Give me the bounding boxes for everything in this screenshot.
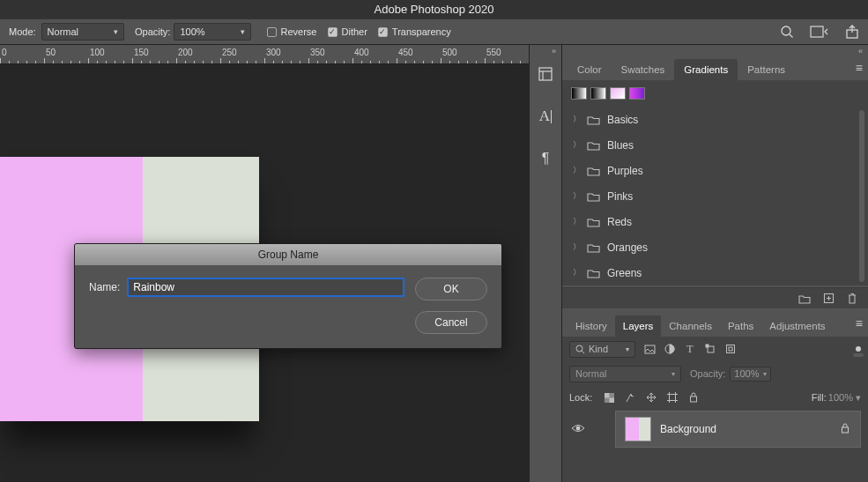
mode-value: Normal [48, 26, 78, 37]
svg-rect-12 [645, 345, 655, 353]
properties-panel-icon[interactable] [532, 61, 559, 87]
gradient-swatch[interactable] [571, 87, 587, 100]
chevron-down-icon: ▾ [763, 370, 767, 378]
lock-transparent-icon[interactable] [603, 391, 615, 404]
tab-channels[interactable]: Channels [661, 315, 720, 337]
gradient-folder[interactable]: 〉Reds [562, 209, 868, 234]
transparency-checkbox[interactable]: ✓ [378, 27, 388, 37]
gradient-folder[interactable]: 〉Pinks [562, 183, 868, 209]
paragraph-panel-icon[interactable]: ¶ [532, 145, 559, 172]
layer-row-background[interactable]: Background [615, 411, 861, 448]
cancel-button[interactable]: Cancel [415, 311, 487, 334]
scrollbar[interactable] [859, 110, 864, 282]
gradient-swatch[interactable] [590, 87, 606, 100]
mode-select[interactable]: Normal ▾ [41, 23, 124, 41]
folder-icon [587, 268, 600, 278]
tab-history[interactable]: History [568, 315, 615, 337]
character-panel-icon[interactable]: A [532, 103, 559, 130]
lock-position-icon[interactable] [645, 391, 657, 404]
tab-patterns[interactable]: Patterns [738, 59, 795, 80]
svg-rect-20 [609, 397, 614, 403]
layer-visibility-icon[interactable] [569, 423, 587, 434]
gradient-swatch[interactable] [629, 87, 645, 100]
trash-icon[interactable] [847, 293, 857, 305]
share-icon[interactable] [845, 25, 859, 39]
tab-swatches[interactable]: Swatches [611, 59, 674, 80]
gradient-presets-strip[interactable] [562, 80, 868, 107]
gradient-folder[interactable]: 〉Greens [562, 260, 868, 285]
dither-checkbox[interactable]: ✓ [328, 27, 338, 37]
layers-opacity-label: Opacity: [690, 368, 725, 379]
chevron-left-icon[interactable]: « [858, 47, 864, 56]
chevron-down-icon: ▾ [856, 392, 861, 403]
filter-adjust-icon[interactable] [664, 343, 676, 355]
lock-artboard-icon[interactable] [666, 391, 679, 404]
ok-button[interactable]: OK [415, 278, 487, 300]
tab-adjustments[interactable]: Adjustments [761, 315, 833, 337]
panels-column: « ≡ Color Swatches Gradients Patterns 〉B… [562, 45, 868, 482]
screen-mode-icon[interactable] [810, 26, 829, 38]
fill-input[interactable]: 100% ▾ [828, 392, 861, 404]
tab-paths[interactable]: Paths [720, 315, 761, 337]
new-group-icon[interactable] [798, 293, 811, 304]
folder-icon [587, 140, 600, 151]
gradient-folder[interactable]: 〉Blues [562, 132, 868, 158]
filter-pixel-icon[interactable] [643, 343, 656, 355]
name-input[interactable] [127, 278, 404, 297]
blend-mode-value: Normal [575, 368, 606, 379]
opacity-select[interactable]: 100% ▾ [174, 23, 250, 41]
group-name-dialog: Group Name Name: OK Cancel [74, 243, 502, 349]
reverse-checkbox[interactable] [267, 27, 277, 37]
folder-label: Blues [607, 139, 634, 152]
fill-value: 100% [828, 392, 853, 403]
filter-type-icon[interactable]: T [684, 343, 696, 355]
layer-lock-icon[interactable] [841, 423, 849, 436]
layers-blend-row: Normal ▾ Opacity: 100% ▾ [562, 361, 868, 386]
filter-smart-icon[interactable] [724, 343, 737, 355]
chevron-down-icon: ▾ [114, 27, 118, 36]
folder-icon [587, 242, 600, 253]
search-icon[interactable] [780, 25, 794, 39]
filter-shape-icon[interactable] [704, 343, 716, 355]
folder-label: Basics [607, 114, 638, 126]
chevron-down-icon: ▾ [671, 370, 675, 378]
chevron-right-icon: 〉 [573, 267, 580, 278]
svg-line-1 [790, 34, 793, 38]
filter-toggle[interactable] [856, 346, 861, 352]
chevron-right-icon[interactable]: » [552, 47, 558, 56]
gradients-panel-footer [562, 287, 868, 308]
kind-label: Kind [589, 344, 608, 354]
chevron-right-icon: 〉 [573, 165, 580, 176]
layers-filter-row: Kind ▾ T [562, 337, 868, 361]
gradient-folder[interactable]: 〉Oranges [562, 234, 868, 260]
chevron-right-icon: 〉 [573, 190, 580, 202]
panel-menu-icon[interactable]: ≡ [856, 316, 863, 330]
svg-rect-30 [691, 397, 697, 402]
opacity-label: Opacity: [135, 26, 170, 37]
lock-all-icon[interactable] [687, 391, 700, 404]
tab-gradients[interactable]: Gradients [674, 59, 738, 80]
gradient-folder[interactable]: 〉Basics [562, 107, 868, 132]
layers-filter-kind[interactable]: Kind ▾ [569, 341, 635, 358]
lock-image-icon[interactable] [624, 391, 636, 404]
panel-menu-icon[interactable]: ≡ [856, 61, 863, 75]
tab-color[interactable]: Color [568, 59, 611, 80]
fill-label: Fill: [812, 392, 827, 403]
dither-label: Dither [342, 26, 367, 37]
layer-name[interactable]: Background [660, 423, 716, 435]
gradient-swatch[interactable] [610, 87, 626, 100]
tab-layers[interactable]: Layers [615, 315, 662, 337]
new-item-icon[interactable] [823, 293, 835, 304]
blend-mode-select[interactable]: Normal ▾ [569, 366, 681, 382]
horizontal-ruler[interactable]: 050100150200250300350400450500550 [0, 45, 529, 64]
collapsed-panel-dock: » A ¶ [529, 45, 562, 482]
layer-thumbnail[interactable] [625, 417, 651, 441]
transparency-label: Transparency [392, 26, 451, 37]
gradient-folder[interactable]: 〉Purples [562, 158, 868, 183]
svg-rect-15 [706, 345, 708, 347]
chevron-right-icon: 〉 [573, 216, 580, 227]
chevron-right-icon: 〉 [573, 114, 580, 125]
svg-rect-17 [729, 347, 732, 351]
app-titlebar: Adobe Photoshop 2020 [0, 0, 868, 19]
layers-opacity-input[interactable]: 100% ▾ [730, 367, 770, 382]
